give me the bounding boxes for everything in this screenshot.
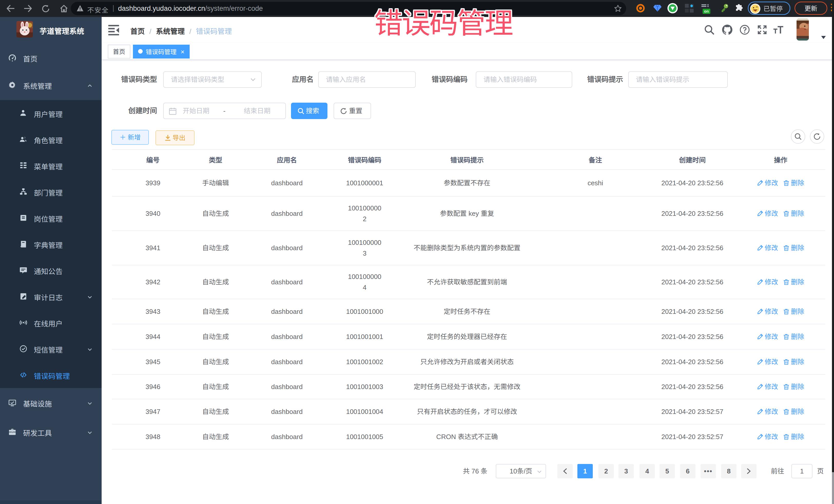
- svg-text:on: on: [704, 9, 709, 13]
